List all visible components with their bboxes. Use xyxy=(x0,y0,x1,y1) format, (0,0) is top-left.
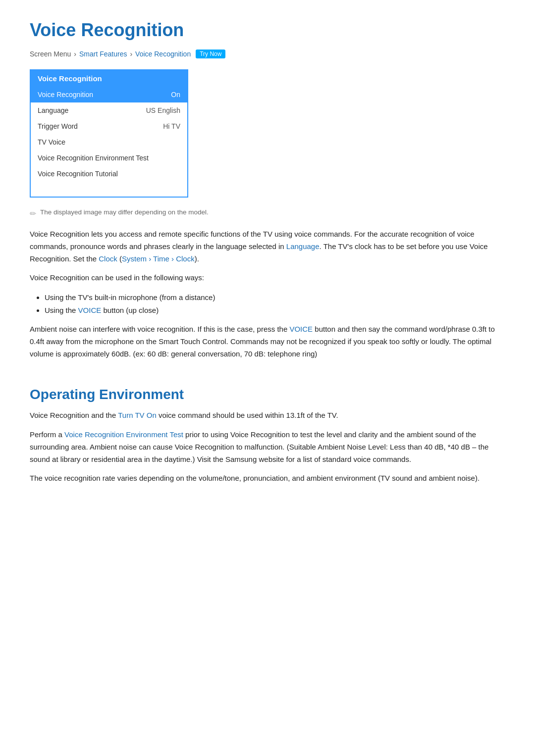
ways-list-item-2: Using the VOICE button (up close) xyxy=(45,304,505,317)
operating-environment-title: Operating Environment xyxy=(30,387,505,403)
menu-item-tutorial[interactable]: Voice Recognition Tutorial xyxy=(31,166,187,182)
menu-box: Voice Recognition Voice Recognition On L… xyxy=(30,69,188,198)
breadcrumb-separator-1: › xyxy=(74,50,76,58)
breadcrumb-voice-recognition[interactable]: Voice Recognition xyxy=(135,50,191,58)
voice-link-1[interactable]: VOICE xyxy=(78,306,102,314)
menu-item-label: Voice Recognition Tutorial xyxy=(38,170,118,178)
breadcrumb-screen-menu: Screen Menu xyxy=(30,50,71,58)
env-test-link[interactable]: Voice Recognition Environment Test xyxy=(64,430,183,439)
operating-para-1: Voice Recognition and the Turn TV On voi… xyxy=(30,409,505,422)
breadcrumb: Screen Menu › Smart Features › Voice Rec… xyxy=(30,50,505,58)
menu-item-value: Hi TV xyxy=(163,122,180,130)
menu-item-label: Voice Recognition Environment Test xyxy=(38,154,149,162)
clock-link[interactable]: Clock xyxy=(99,254,117,263)
ambient-paragraph: Ambient noise can interfere with voice r… xyxy=(30,323,505,360)
pencil-icon: ✏ xyxy=(30,209,36,218)
menu-item-label: TV Voice xyxy=(38,138,65,146)
operating-para-3: The voice recognition rate varies depend… xyxy=(30,472,505,485)
menu-item-language[interactable]: Language US English xyxy=(31,102,187,118)
try-now-button[interactable]: Try Now xyxy=(196,50,225,58)
breadcrumb-separator-2: › xyxy=(130,50,132,58)
intro-paragraph: Voice Recognition lets you access and re… xyxy=(30,228,505,265)
menu-item-label: Language xyxy=(38,106,68,114)
operating-para-2: Perform a Voice Recognition Environment … xyxy=(30,429,505,465)
system-time-clock-link[interactable]: System › Time › Clock xyxy=(122,254,195,263)
ways-list-item-1: Using the TV's built-in microphone (from… xyxy=(45,291,505,304)
language-link[interactable]: Language xyxy=(286,242,320,251)
page-title: Voice Recognition xyxy=(30,20,505,41)
menu-item-tv-voice[interactable]: TV Voice xyxy=(31,134,187,150)
menu-box-header: Voice Recognition xyxy=(31,70,187,87)
note-text: The displayed image may differ depending… xyxy=(40,208,209,216)
note-row: ✏ The displayed image may differ dependi… xyxy=(30,208,505,218)
menu-item-voice-recognition[interactable]: Voice Recognition On xyxy=(31,87,187,102)
menu-item-label: Trigger Word xyxy=(38,122,78,130)
menu-item-value: On xyxy=(171,91,180,99)
menu-item-value: US English xyxy=(146,106,180,114)
menu-item-trigger-word[interactable]: Trigger Word Hi TV xyxy=(31,118,187,134)
breadcrumb-smart-features[interactable]: Smart Features xyxy=(79,50,127,58)
menu-item-env-test[interactable]: Voice Recognition Environment Test xyxy=(31,150,187,166)
ways-intro: Voice Recognition can be used in the fol… xyxy=(30,272,505,284)
turn-tv-on-link[interactable]: Turn TV On xyxy=(118,411,157,419)
ways-list: Using the TV's built-in microphone (from… xyxy=(45,291,505,316)
menu-item-label: Voice Recognition xyxy=(38,91,93,99)
voice-link-2[interactable]: VOICE xyxy=(289,325,313,333)
